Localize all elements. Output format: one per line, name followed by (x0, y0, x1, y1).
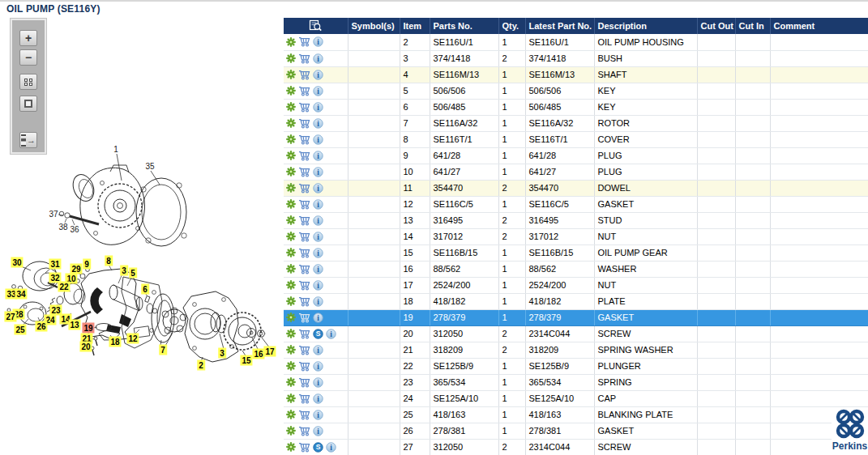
options-gear-icon[interactable] (286, 86, 296, 96)
part-callout-7[interactable]: 7 (159, 345, 167, 355)
add-to-cart-icon[interactable] (298, 86, 310, 96)
add-to-cart-icon[interactable] (298, 70, 310, 80)
options-gear-icon[interactable] (286, 410, 296, 419)
options-gear-icon[interactable] (286, 377, 296, 387)
info-icon[interactable]: i (313, 199, 323, 210)
part-row-item-8[interactable]: i8SE116T/11SE116T/1COVER (284, 131, 868, 147)
part-callout-19-selected[interactable]: 19 (82, 323, 94, 334)
part-callout-3[interactable]: 3 (120, 266, 128, 276)
info-icon[interactable]: i (313, 345, 323, 355)
part-callout-34[interactable]: 34 (15, 289, 27, 300)
zoom-out-button[interactable]: − (19, 49, 37, 66)
part-row-item-27[interactable]: S i2731205022314C044SCREW (284, 439, 868, 455)
part-row-item-6[interactable]: i6506/4851506/485KEY (284, 99, 868, 115)
zoom-in-button[interactable]: + (19, 30, 37, 46)
options-gear-icon[interactable] (286, 102, 296, 112)
add-to-cart-icon[interactable] (298, 118, 310, 129)
options-gear-icon[interactable] (286, 329, 296, 338)
part-callout-17[interactable]: 17 (263, 347, 276, 357)
add-to-cart-icon[interactable] (298, 36, 310, 47)
superseded-s-icon[interactable]: S (313, 442, 323, 453)
options-gear-icon[interactable] (286, 232, 296, 241)
add-to-cart-icon[interactable] (298, 248, 310, 258)
part-row-item-2[interactable]: i2SE116U/11SE116U/1OIL PUMP HOUSING (284, 34, 868, 50)
options-gear-icon[interactable] (286, 37, 296, 47)
add-to-cart-icon[interactable] (298, 296, 310, 307)
add-to-cart-icon[interactable] (298, 183, 310, 193)
part-row-item-4[interactable]: i4SE116M/131SE116M/13SHAFT (284, 66, 868, 83)
options-gear-icon[interactable] (286, 53, 296, 63)
part-row-item-9[interactable]: i9641/281641/28PLUG (284, 147, 868, 164)
add-to-cart-icon[interactable] (298, 134, 310, 145)
part-callout-3[interactable]: 3 (218, 348, 226, 359)
options-gear-icon[interactable] (286, 151, 296, 160)
part-row-item-10[interactable]: i10641/271641/27PLUG (284, 164, 868, 180)
info-icon[interactable]: i (313, 70, 323, 80)
info-icon[interactable]: i (313, 296, 323, 307)
part-callout-13[interactable]: 13 (68, 320, 80, 330)
add-to-cart-icon[interactable] (298, 215, 310, 226)
info-icon[interactable]: i (313, 134, 323, 145)
options-gear-icon[interactable] (286, 313, 296, 322)
part-row-item-18[interactable]: i18418/1821418/182PLATE (284, 293, 868, 309)
part-row-item-20[interactable]: S i2031205022314C044SCREW (284, 325, 868, 342)
toggle-parts-list-button[interactable]: → (19, 132, 37, 148)
part-callout-8[interactable]: 8 (105, 256, 113, 266)
zoom-fit-button[interactable] (19, 74, 37, 90)
options-gear-icon[interactable] (286, 248, 296, 257)
options-gear-icon[interactable] (286, 426, 296, 436)
part-callout-16[interactable]: 16 (252, 349, 264, 359)
part-row-item-14[interactable]: i143170122317012NUT (284, 228, 868, 245)
part-callout-31[interactable]: 31 (49, 259, 61, 270)
part-row-item-25[interactable]: i25418/1631418/163BLANKING PLATE (284, 406, 868, 423)
part-callout-9[interactable]: 9 (83, 259, 91, 270)
part-row-item-26[interactable]: i26278/3811278/381GASKET (284, 423, 868, 439)
options-gear-icon[interactable] (286, 167, 296, 176)
part-callout-26[interactable]: 26 (35, 321, 47, 332)
part-row-item-19[interactable]: i19278/3791278/379GASKET (284, 309, 868, 325)
part-row-item-16[interactable]: i1688/562188/562WASHER (284, 261, 868, 277)
search-filter-icon[interactable] (309, 19, 323, 32)
options-gear-icon[interactable] (286, 345, 296, 355)
info-icon[interactable]: i (313, 410, 323, 420)
part-callout-30[interactable]: 30 (11, 257, 23, 268)
part-row-item-24[interactable]: i24SE125A/101SE125A/10CAP (284, 390, 868, 406)
part-callout-2[interactable]: 2 (197, 360, 205, 371)
add-to-cart-icon[interactable] (298, 377, 310, 388)
info-icon[interactable]: i (313, 393, 323, 404)
part-row-item-22[interactable]: i22SE125B/91SE125B/9PLUNGER (284, 358, 868, 374)
zoom-full-page-button[interactable] (19, 96, 37, 112)
part-row-item-12[interactable]: i12SE116C/51SE116C/5GASKET (284, 196, 868, 212)
info-icon[interactable]: i (313, 361, 323, 372)
part-row-item-11[interactable]: i113544702354470DOWEL (284, 180, 868, 196)
part-row-item-13[interactable]: i133164952316495STUD (284, 212, 868, 228)
add-to-cart-icon[interactable] (298, 426, 310, 436)
options-gear-icon[interactable] (286, 199, 296, 209)
add-to-cart-icon[interactable] (298, 53, 310, 64)
part-row-item-23[interactable]: i23365/5341365/534SPRING (284, 374, 868, 390)
part-callout-6[interactable]: 6 (141, 284, 149, 295)
add-to-cart-icon[interactable] (298, 410, 310, 420)
part-callout-25[interactable]: 25 (14, 325, 26, 335)
options-gear-icon[interactable] (286, 361, 296, 371)
superseded-s-icon[interactable]: S (313, 329, 323, 339)
add-to-cart-icon[interactable] (298, 264, 310, 274)
options-gear-icon[interactable] (286, 442, 296, 452)
info-icon[interactable]: i (326, 442, 336, 453)
info-icon[interactable]: i (313, 426, 323, 436)
part-callout-12[interactable]: 12 (126, 334, 139, 344)
options-gear-icon[interactable] (286, 215, 296, 225)
options-gear-icon[interactable] (286, 393, 296, 403)
options-gear-icon[interactable] (286, 183, 296, 193)
add-to-cart-icon[interactable] (298, 329, 310, 339)
info-icon[interactable]: i (313, 248, 323, 258)
info-icon[interactable]: i (326, 329, 336, 339)
part-row-item-17[interactable]: i172524/20012524/200NUT (284, 277, 868, 293)
add-to-cart-icon[interactable] (298, 361, 310, 372)
info-icon[interactable]: i (313, 377, 323, 388)
part-row-item-15[interactable]: i15SE116B/151SE116B/15OIL PUMP GEAR (284, 245, 868, 261)
options-gear-icon[interactable] (286, 118, 296, 128)
info-icon[interactable]: i (313, 102, 323, 113)
info-icon[interactable]: i (313, 53, 323, 64)
add-to-cart-icon[interactable] (298, 232, 310, 242)
